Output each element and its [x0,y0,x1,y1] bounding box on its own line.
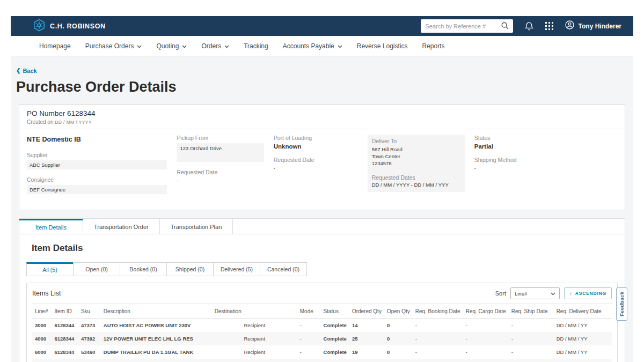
chevron-down-icon [137,42,142,50]
cell-description: DUMP TRAILER PU DA 1.1GAL TANK [101,345,212,359]
consignee-label: Consignee [27,176,167,183]
cell-destination: Recipient [212,332,297,345]
chevron-left-icon: ❮ [16,68,20,73]
cell-req_ship_date: - [509,345,554,359]
nav-item-quoting[interactable]: Quoting [156,42,187,50]
deliver-requested-dates-value: DD / MM / YYYY - DD / MM / YYY [372,182,460,188]
po-header: PO Number 6128344 Created on DD / MM / Y… [19,105,625,129]
section-title: Item Details [26,243,618,254]
nav-item-label: Quoting [156,42,179,50]
cell-req_booking_date: - [413,332,463,345]
tab-transportation-plan[interactable]: Transportation Plan [160,219,233,234]
column-header-req-booking-date: Req. Booking Date [413,304,463,319]
sort-select[interactable]: Line# [510,287,560,299]
cell-item_id: 6128344 [52,359,78,362]
deliver-address-line: 567 Hill Road [372,146,460,153]
content: ❮ Back Purchase Order Details PO Number … [11,56,633,362]
nav-item-orders[interactable]: Orders [201,42,229,50]
details-panel: Item DetailsTransportation OrderTranspor… [19,218,625,362]
sort-direction-button[interactable]: ↑ ASCENDING [564,287,612,299]
cell-sku: 47373 [78,319,101,333]
cell-req_ship_date: - [509,319,554,333]
tab-item-details[interactable]: Item Details [19,219,83,234]
status-tab-canceled-0[interactable]: Canceled (0) [260,262,307,276]
cell-line: 3000 [32,319,52,333]
column-header-req-cargo-date: Req. Cargo Date [463,304,509,319]
column-header-status: Status [321,304,349,319]
cell-req_delivery_date: DD / MM / YY [554,359,612,362]
status-filter-tabs: All (5)Open (0)Booked (0)Shipped (0)Deli… [26,262,618,276]
status-tab-shipped-0[interactable]: Shipped (0) [166,262,214,276]
cell-req_booking_date: - [413,359,463,362]
status-label: Status [474,135,608,141]
column-header-item-id: Item ID [52,304,78,319]
cell-open_qty: 0 [384,332,413,345]
po-summary-panel: PO Number 6128344 Created on DD / MM / Y… [19,104,625,210]
deliver-address-line: 1234578 [372,160,460,167]
cell-req_booking_date: - [413,345,463,359]
nav-item-purchase-orders[interactable]: Purchase Orders [85,42,142,50]
user-name: Tony Hinderer [579,23,621,30]
cell-req_delivery_date: DD / MM / YY [554,345,612,359]
cell-req_ship_date: - [509,332,554,345]
nav-item-label: Accounts Payable [283,42,334,50]
cell-mode: - [297,319,321,333]
nav-item-reverse-logistics[interactable]: Reverse Logistics [357,42,408,50]
cell-ordered_qty: 25 [349,332,384,345]
table-row: 6000612834453460DUMP TRAILER PU DA 1.1GA… [32,345,612,359]
feedback-tab[interactable]: Feedback [616,287,627,321]
sort-direction-label: ASCENDING [575,291,606,296]
back-link[interactable]: ❮ Back [16,68,37,74]
status-tab-delivered-5[interactable]: Delivered (5) [213,262,260,276]
cell-destination: Recipient [212,319,297,333]
table-row: 3000612834447373AUTO HOIST AC POWER UNIT… [32,319,612,333]
status-tab-booked-0[interactable]: Booked (0) [120,262,167,276]
brand-logo-icon [33,19,45,34]
created-date: DD / MM / YYYY [55,120,92,125]
pickup-from-label: Pickup From [177,135,264,141]
cell-sku: 53460 [78,345,101,359]
brand[interactable]: C.H. ROBINSON [33,19,106,34]
items-list-container: Items List Sort Line# ↑ ASC [26,283,618,362]
cell-req_delivery_date: DD / MM / YY [554,319,612,333]
nav-item-tracking[interactable]: Tracking [244,42,268,50]
deliver-to-label: Deliver To [372,138,460,144]
reference-search [421,19,513,33]
cell-open_qty: 0 [384,359,413,362]
nav-item-label: Homepage [39,42,71,50]
nav-item-label: Reverse Logistics [357,42,408,50]
cell-item_id: 6128344 [52,345,78,359]
items-table: Line#Item IDSkuDescriptionDestinationMod… [32,304,612,362]
nav-item-reports[interactable]: Reports [422,42,445,50]
items-table-body: 3000612834447373AUTO HOIST AC POWER UNIT… [32,319,612,362]
search-input[interactable] [421,19,513,33]
deliver-requested-dates-label: Requested Dates [372,174,460,181]
cell-mode: - [297,332,321,345]
cell-destination: Recipient [212,359,297,362]
user-avatar-icon [565,20,574,32]
apps-grid-icon[interactable] [545,22,553,30]
tab-transportation-order[interactable]: Transportation Order [83,219,160,234]
table-row: 8000612834453453INDUST PU 230/460V 2320P… [32,359,612,362]
column-header-ordered-qty: Ordered Qty [349,304,384,319]
nav-item-accounts-payable[interactable]: Accounts Payable [283,42,342,50]
notifications-bell-icon[interactable] [525,21,533,31]
item-details-tab-body: Item Details All (5)Open (0)Booked (0)Sh… [19,234,625,362]
user-menu[interactable]: Tony Hinderer [565,20,621,32]
cell-req_cargo_date: - [463,359,509,362]
cell-sku: 47392 [78,332,101,345]
cell-req_ship_date: - [509,359,554,362]
port-of-loading-value: Unknown [274,143,358,150]
po-created: Created on DD / MM / YYYY [27,119,617,125]
cell-open_qty: 0 [384,319,413,333]
pickup-requested-date-label: Requested Date [177,169,264,175]
pickup-from-value: 123 Orchard Drive [177,143,264,162]
status-tab-all-5[interactable]: All (5) [26,262,74,276]
cell-req_booking_date: - [413,319,463,333]
cell-status: Complete [321,345,349,359]
status-tab-open-0[interactable]: Open (0) [73,262,120,276]
nav-item-homepage[interactable]: Homepage [39,42,71,50]
pickup-requested-date-value: - [177,178,264,183]
search-icon[interactable] [501,21,509,32]
shipping-method-value: - [474,165,608,171]
